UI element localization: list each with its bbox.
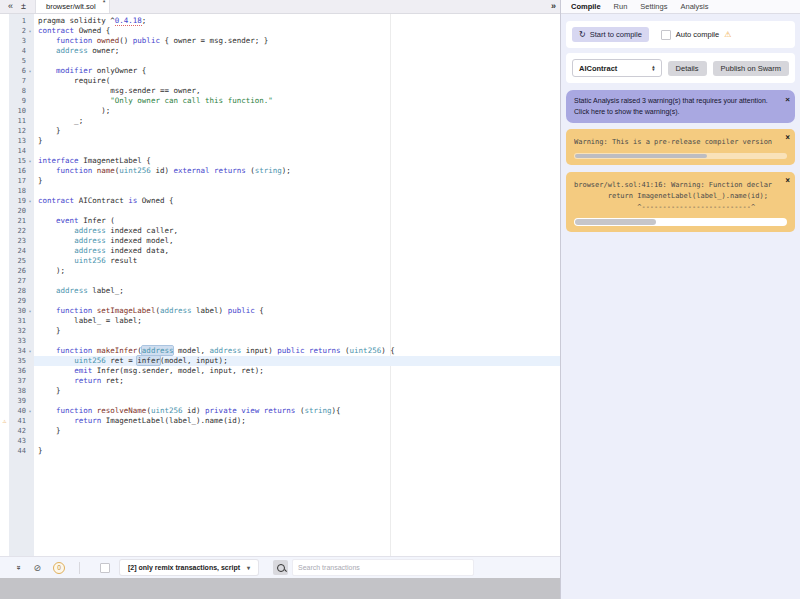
terminal-listen-checkbox[interactable] [100,563,110,573]
fold-marker[interactable]: ▾ [26,26,34,36]
fold-marker[interactable]: ▾ [26,156,34,166]
code-line[interactable] [34,56,560,66]
code-line[interactable]: function resolveName(uint256 id) private… [34,406,560,416]
code-line[interactable]: address owner; [34,46,560,56]
gutter-row[interactable]: 36 [0,366,34,376]
gutter-row[interactable]: 19▾ [0,196,34,206]
gutter-row[interactable]: 35 [0,356,34,366]
gutter-row[interactable]: 25 [0,256,34,266]
gutter-row[interactable]: 10 [0,106,34,116]
code-line[interactable] [34,276,560,286]
code-line[interactable]: } [34,176,560,186]
gutter-row[interactable]: 4 [0,46,34,56]
start-to-compile-button[interactable]: ↻ Start to compile [572,27,649,42]
fold-marker[interactable]: ▾ [26,306,34,316]
search-button[interactable] [273,560,288,575]
gutter-row[interactable]: 32 [0,326,34,336]
fold-marker[interactable]: ▾ [26,346,34,356]
gutter-row[interactable]: 22 [0,226,34,236]
collapse-left-panel-icon[interactable]: « [8,0,13,13]
code-line[interactable]: ); [34,106,560,116]
code-line[interactable]: } [34,326,560,336]
gutter-row[interactable]: 21 [0,216,34,226]
warning-scrollbar[interactable] [574,153,787,159]
gutter-row[interactable]: 12 [0,126,34,136]
code-line[interactable] [34,186,560,196]
code-line[interactable]: address indexed data, [34,246,560,256]
gutter-row[interactable]: 11 [0,116,34,126]
gutter-row[interactable]: 17 [0,176,34,186]
gutter-row[interactable]: 16 [0,166,34,176]
code-line[interactable]: interface ImagenetLabel { [34,156,560,166]
gutter-row[interactable]: 14 [0,146,34,156]
code-line[interactable] [34,206,560,216]
tab-compile[interactable]: Compile [571,2,601,11]
tab-browser-wlt-sol[interactable]: browser/wlt.sol * [35,0,110,13]
gutter-row[interactable]: 7 [0,76,34,86]
warning-scrollbar[interactable] [574,218,787,226]
gutter-row[interactable]: 40▾ [0,406,34,416]
gutter-row[interactable]: ⚠41 [0,416,34,426]
code-editor[interactable]: 12▾3456▾789101112131415▾16171819▾2021222… [0,14,560,557]
code-line[interactable] [34,296,560,306]
gutter-row[interactable]: 27 [0,276,34,286]
gutter-row[interactable]: 20 [0,206,34,216]
gutter-row[interactable]: 9 [0,96,34,106]
code-line[interactable]: return ImagenetLabel(label_).name(id); [34,416,560,426]
terminal-collapse-icon[interactable]: « [14,565,23,569]
code-line[interactable]: } [34,386,560,396]
gutter-row[interactable]: 28 [0,286,34,296]
gutter-row[interactable]: 43 [0,436,34,446]
code-line[interactable]: uint256 result [34,256,560,266]
gutter-row[interactable]: 13 [0,136,34,146]
gutter-row[interactable]: 5 [0,56,34,66]
code-line[interactable]: function name(uint256 id) external retur… [34,166,560,176]
code-line[interactable]: uint256 ret = infer(model, input); [34,356,560,366]
publish-on-swarm-button[interactable]: Publish on Swarm [713,61,789,76]
transaction-filter-dropdown[interactable]: [2] only remix transactions, script ▾ [120,560,258,575]
gutter-row[interactable]: 24 [0,246,34,256]
code-line[interactable]: emit Infer(msg.sender, model, input, ret… [34,366,560,376]
code-line[interactable]: function owned() public { owner = msg.se… [34,36,560,46]
fold-marker[interactable]: ▾ [26,406,34,416]
code-line[interactable] [34,146,560,156]
code-line[interactable] [34,396,560,406]
gutter-row[interactable]: 15▾ [0,156,34,166]
fold-marker[interactable]: ▾ [26,66,34,76]
close-icon[interactable]: × [785,176,790,185]
code-line[interactable]: label_ = label; [34,316,560,326]
gutter-row[interactable]: 39 [0,396,34,406]
gutter-row[interactable]: 6▾ [0,66,34,76]
code-line[interactable]: } [34,126,560,136]
gutter-row[interactable]: 1 [0,16,34,26]
code-line[interactable]: function makeInfer(address model, addres… [34,346,560,356]
auto-compile-checkbox[interactable] [661,30,671,40]
code-line[interactable]: ); [34,266,560,276]
gutter-row[interactable]: 33 [0,336,34,346]
plus-minus-icon[interactable]: ± [21,0,26,13]
gutter-row[interactable]: 2▾ [0,26,34,36]
code-line[interactable]: } [34,426,560,436]
fold-marker[interactable]: ▾ [26,196,34,206]
code-line[interactable]: "Only owner can call this function." [34,96,560,106]
code-line[interactable] [34,336,560,346]
code-line[interactable]: } [34,446,560,456]
gutter-row[interactable]: 44 [0,446,34,456]
code-line[interactable]: event Infer ( [34,216,560,226]
tab-settings[interactable]: Settings [640,2,667,11]
code-line[interactable]: require( [34,76,560,86]
code-line[interactable]: contract AIContract is Owned { [34,196,560,206]
code-line[interactable]: contract Owned { [34,26,560,36]
details-button[interactable]: Details [668,61,707,76]
code-line[interactable]: _; [34,116,560,126]
tab-run[interactable]: Run [614,2,628,11]
code-line[interactable]: address indexed model, [34,236,560,246]
terminal-clear-icon[interactable]: ⊘ [33,563,41,573]
code-line[interactable]: return ret; [34,376,560,386]
gutter-row[interactable]: 18 [0,186,34,196]
code-line[interactable]: address indexed caller, [34,226,560,236]
search-transactions-input[interactable] [292,559,474,576]
code-line[interactable] [34,436,560,446]
close-icon[interactable]: × [785,133,790,142]
code-line[interactable]: address label_; [34,286,560,296]
